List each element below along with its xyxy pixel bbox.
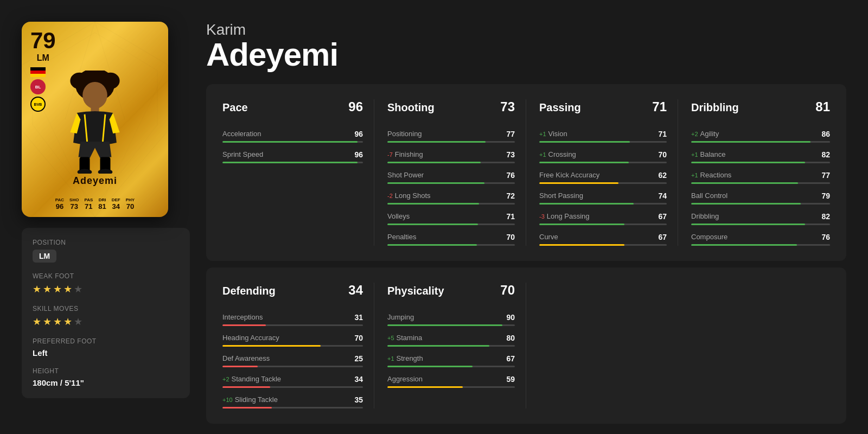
- stat-category-shooting: Shooting 73 Positioning 77 -7 Finishing …: [374, 99, 526, 246]
- stat-row: Dribbling 82: [691, 212, 830, 225]
- height-value: 180cm / 5'11": [33, 378, 179, 387]
- stat-bar: [387, 162, 515, 163]
- stat-bar: [222, 386, 363, 388]
- stat-row: Shot Power 76: [387, 171, 515, 184]
- position-row: Position LM: [33, 239, 179, 263]
- position-label: Position: [33, 239, 179, 246]
- weak-foot-label: Weak Foot: [33, 272, 179, 280]
- stat-bar: [539, 203, 667, 205]
- stat-bar-fill: [387, 203, 479, 205]
- stat-name: +1 Balance: [691, 150, 726, 158]
- stat-row: Volleys 71: [387, 212, 515, 225]
- category-header: Shooting 73: [387, 99, 515, 119]
- height-label: Height: [33, 367, 179, 375]
- stat-bar: [387, 182, 515, 184]
- category-name: Physicality: [387, 285, 444, 297]
- category-name: Passing: [539, 101, 581, 114]
- stat-name: Composure: [691, 233, 727, 241]
- stat-bar-fill: [691, 162, 805, 163]
- preferred-foot-value: Left: [33, 348, 179, 358]
- stat-name: Sprint Speed: [222, 150, 263, 158]
- stat-name: +2 Agility: [691, 130, 719, 138]
- category-value: 71: [652, 99, 667, 114]
- card-rating: 79: [30, 29, 56, 52]
- skill-moves-stars: ★ ★ ★ ★ ★: [33, 316, 179, 328]
- stat-value: 70: [354, 334, 363, 342]
- stat-value: 71: [506, 212, 515, 221]
- stat-value: 82: [821, 150, 830, 159]
- stat-row: Short Passing 74: [539, 192, 667, 205]
- card-player-name: Adeyemi: [22, 175, 168, 187]
- stat-row: +1 Reactions 77: [691, 171, 830, 184]
- stat-category-passing: Passing 71 +1 Vision 71 +1 Crossing 70: [526, 99, 678, 246]
- stat-row: Aggression 59: [387, 375, 515, 388]
- stat-row: Composure 76: [691, 233, 830, 246]
- stat-bar: [539, 162, 667, 163]
- stat-value: 67: [658, 233, 667, 241]
- star-3: ★: [53, 283, 62, 295]
- stat-bar: [387, 203, 515, 205]
- stat-bar-fill: [387, 386, 463, 388]
- category-header: Defending 34: [222, 283, 363, 302]
- stat-name: +10 Sliding Tackle: [222, 395, 278, 404]
- stat-value: 59: [506, 375, 515, 384]
- position-value: LM: [33, 250, 56, 263]
- stat-row: -2 Long Shots 72: [387, 192, 515, 205]
- stat-delta: +1: [691, 151, 698, 158]
- stat-row: Sprint Speed 96: [222, 150, 363, 163]
- stat-bar: [222, 324, 363, 326]
- stat-value: 74: [658, 192, 667, 200]
- card-stat-phy: PHY 70: [126, 197, 135, 210]
- stat-row: Heading Accuracy 70: [222, 334, 363, 347]
- stat-value: 82: [821, 212, 830, 221]
- stat-value: 79: [821, 192, 830, 200]
- stat-bar-fill: [539, 203, 634, 205]
- stat-name: +1 Crossing: [539, 150, 576, 158]
- stat-name: Acceleration: [222, 130, 261, 138]
- stat-bar: [387, 386, 515, 388]
- stat-value: 86: [821, 130, 830, 138]
- category-header: Dribbling 81: [691, 99, 830, 119]
- svg-point-10: [82, 82, 107, 108]
- stat-bar-fill: [387, 182, 484, 184]
- stat-bar-fill: [387, 366, 473, 367]
- stat-name: Interceptions: [222, 313, 263, 321]
- stat-bar-fill: [387, 141, 486, 143]
- stat-row: Curve 67: [539, 233, 667, 246]
- category-header: Pace 96: [222, 99, 363, 119]
- player-info-panel: Position LM Weak Foot ★ ★ ★ ★ ★ Skill Mo…: [22, 228, 190, 398]
- stat-delta: +1: [539, 151, 546, 158]
- stat-row: +10 Sliding Tackle 35: [222, 395, 363, 409]
- category-name: Shooting: [387, 101, 435, 114]
- category-name: Defending: [222, 285, 276, 297]
- stat-bar: [691, 203, 830, 205]
- stat-bar-fill: [691, 141, 810, 143]
- stat-bar: [691, 224, 830, 225]
- stat-name: Jumping: [387, 313, 414, 321]
- stat-value: 73: [506, 150, 515, 159]
- page-container: 79 LM BL BVB: [0, 0, 868, 434]
- stat-value: 77: [506, 130, 515, 138]
- stat-value: 71: [658, 130, 667, 138]
- stat-delta: +2: [691, 131, 698, 137]
- stat-bar: [222, 345, 363, 347]
- category-name: Pace: [222, 101, 248, 114]
- stat-name: -7 Finishing: [387, 150, 423, 158]
- card-stat-dri: DRI 81: [98, 197, 106, 210]
- card-position-badge: LM: [30, 53, 56, 63]
- stat-bar-fill: [222, 345, 321, 347]
- stat-name: +1 Vision: [539, 130, 567, 138]
- star-2: ★: [43, 283, 52, 295]
- category-value: 34: [348, 283, 363, 298]
- category-value: 70: [500, 283, 515, 298]
- stat-value: 72: [506, 192, 515, 200]
- stat-row: Jumping 90: [387, 313, 515, 326]
- player-last-name: Adeyemi: [206, 39, 846, 71]
- skill-moves-row: Skill Moves ★ ★ ★ ★ ★: [33, 305, 179, 328]
- stat-name: Penalties: [387, 233, 416, 241]
- preferred-foot-row: Preferred Foot Left: [33, 337, 179, 358]
- stat-bar: [691, 162, 830, 163]
- stat-row: -7 Finishing 73: [387, 150, 515, 163]
- weak-foot-row: Weak Foot ★ ★ ★ ★ ★: [33, 272, 179, 295]
- stat-value: 67: [506, 354, 515, 363]
